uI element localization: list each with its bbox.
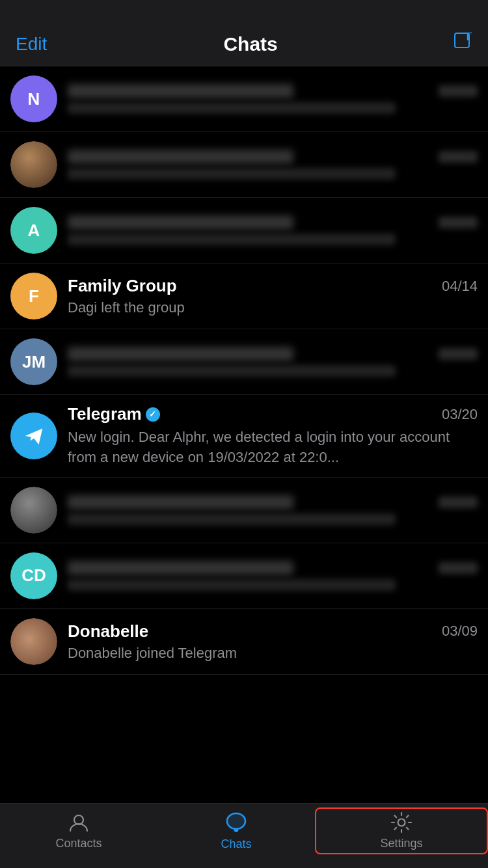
svg-marker-3 [25, 428, 43, 444]
chat-time-blurred [439, 348, 478, 360]
chat-name-blurred [68, 347, 293, 361]
gear-icon [390, 811, 413, 834]
list-item[interactable]: F Family Group 04/14 Dagi left the group [0, 264, 488, 329]
chat-time-blurred [439, 151, 478, 163]
avatar: N [10, 75, 57, 122]
chat-name-blurred [68, 84, 293, 98]
contacts-icon [68, 811, 90, 834]
list-item[interactable] [0, 132, 488, 198]
chat-content [68, 215, 478, 245]
chat-name: Family Group [68, 276, 177, 296]
chat-preview: New login. Dear Alphr, we detected a log… [68, 427, 478, 468]
chat-preview-blurred [68, 365, 396, 377]
chat-time: 03/09 [442, 623, 478, 640]
chat-time-blurred [439, 562, 478, 574]
chat-content: Telegram 03/20 New login. Dear Alphr, we… [68, 404, 478, 468]
chat-name-blurred [68, 495, 293, 509]
chat-name-blurred [68, 150, 293, 164]
chat-content [68, 495, 478, 525]
tab-contacts[interactable]: Contacts [0, 811, 157, 850]
svg-rect-0 [455, 33, 469, 47]
chat-time-blurred [439, 496, 478, 508]
chat-time: 03/20 [442, 406, 478, 423]
chat-time: 04/14 [442, 278, 478, 295]
chat-preview-blurred [68, 102, 396, 114]
chat-name-blurred [68, 215, 293, 230]
chat-preview-blurred [68, 168, 396, 180]
chat-content [68, 150, 478, 180]
list-item[interactable]: CD [0, 543, 488, 609]
chat-content: Family Group 04/14 Dagi left the group [68, 276, 478, 316]
avatar: A [10, 207, 57, 254]
chat-time-blurred [439, 85, 478, 97]
tab-bar: Contacts Chats Settings [0, 803, 488, 868]
avatar [10, 413, 57, 459]
list-item[interactable]: Telegram 03/20 New login. Dear Alphr, we… [0, 395, 488, 478]
chat-preview-blurred [68, 579, 396, 591]
edit-button[interactable]: Edit [16, 34, 47, 55]
tab-chats-label: Chats [221, 837, 251, 851]
chat-preview: Dagi left the group [68, 299, 478, 316]
avatar: CD [10, 552, 57, 599]
chat-name-blurred [68, 561, 293, 575]
chat-preview-blurred [68, 234, 396, 245]
avatar [10, 618, 57, 665]
header: Edit Chats [0, 0, 488, 66]
compose-button[interactable] [454, 33, 472, 55]
avatar: JM [10, 338, 57, 385]
list-item[interactable]: JM [0, 329, 488, 395]
page-title: Chats [223, 33, 277, 55]
chat-time-blurred [439, 217, 478, 228]
chat-name: Telegram [68, 404, 160, 424]
list-item[interactable] [0, 478, 488, 543]
avatar [10, 487, 57, 534]
chat-preview-blurred [68, 513, 396, 525]
chat-name: Donabelle [68, 621, 148, 642]
chat-content [68, 561, 478, 591]
list-item[interactable]: N [0, 66, 488, 132]
chat-content [68, 84, 478, 114]
chat-list: N A [0, 66, 488, 740]
avatar [10, 141, 57, 188]
list-item[interactable]: Donabelle 03/09 Donabelle joined Telegra… [0, 609, 488, 675]
tab-settings-label: Settings [380, 837, 422, 850]
avatar: F [10, 273, 57, 319]
list-item[interactable]: A [0, 198, 488, 264]
chat-preview: Donabelle joined Telegram [68, 645, 478, 662]
tab-contacts-label: Contacts [55, 837, 102, 850]
tab-settings[interactable]: Settings [315, 807, 488, 854]
tab-chats[interactable]: Chats [157, 811, 315, 851]
svg-point-8 [398, 819, 405, 826]
chat-content [68, 347, 478, 377]
chat-content: Donabelle 03/09 Donabelle joined Telegra… [68, 621, 478, 662]
verified-icon [146, 407, 160, 422]
chats-icon [224, 811, 248, 834]
